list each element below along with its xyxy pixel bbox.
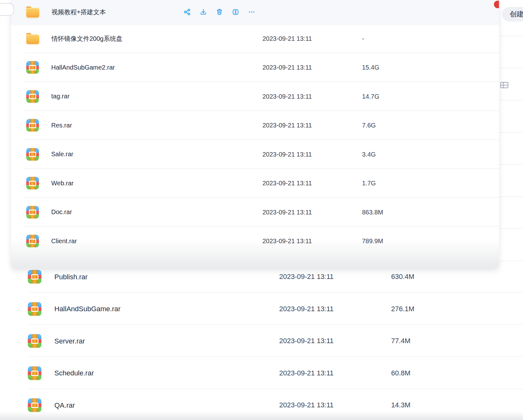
file-size: 15.4G <box>362 64 379 71</box>
create-button-label: 创建 <box>510 9 523 19</box>
file-size: 863.8M <box>362 208 383 216</box>
row-checkbox-partial[interactable] <box>0 3 14 16</box>
file-name: QA.rar <box>54 401 75 409</box>
file-row[interactable]: Doc.rar2023-09-21 13:11863.8M <box>11 198 499 227</box>
file-size: 77.4M <box>391 337 410 345</box>
file-size: - <box>362 35 364 42</box>
rename-button[interactable] <box>232 8 239 16</box>
file-date: 2023-09-21 13:11 <box>262 208 312 216</box>
file-name-cell: HallAndSubGame.rar <box>28 302 120 316</box>
file-date: 2023-09-21 13:11 <box>262 180 312 187</box>
folder-icon <box>26 7 39 18</box>
file-date: 2023-09-21 13:11 <box>279 401 334 409</box>
file-row[interactable]: Server.rar2023-09-21 13:1177.4M <box>0 325 523 357</box>
file-name: Doc.rar <box>51 208 72 216</box>
file-name-cell: Server.rar <box>28 334 85 348</box>
file-row[interactable]: Schedule.rar2023-09-21 13:1160.8M <box>0 357 523 389</box>
create-button[interactable]: 创建 <box>502 7 523 22</box>
rar-file-icon <box>28 334 41 348</box>
file-size: 3.4G <box>362 151 376 158</box>
row-action-bar <box>183 8 255 16</box>
file-date: 2023-09-21 13:11 <box>262 93 312 100</box>
file-name-cell: Sale.rar <box>26 148 73 161</box>
file-size: 7.6G <box>362 122 376 129</box>
file-size: 60.8M <box>391 369 410 377</box>
hovered-file-row[interactable]: 视频教程+搭建文本 <box>11 0 499 24</box>
rar-file-icon <box>26 177 39 189</box>
file-row[interactable]: 情怀镜像文件200g系统盘2023-09-21 13:11- <box>11 24 499 53</box>
file-size: 789.9M <box>362 238 383 245</box>
share-icon <box>183 8 191 16</box>
hovered-row-name-cell: 视频教程+搭建文本 <box>26 7 106 18</box>
download-button[interactable] <box>200 8 207 16</box>
file-date: 2023-09-21 13:11 <box>279 273 334 281</box>
file-name: HallAndSubGame2.rar <box>51 64 115 71</box>
file-name-cell: Schedule.rar <box>28 366 94 380</box>
file-row[interactable]: HallAndSubGame.rar2023-09-21 13:11276.1M <box>0 293 523 325</box>
file-size: 276.1M <box>391 305 414 313</box>
file-row[interactable]: HallAndSubGame2.rar2023-09-21 13:1115.4G <box>11 53 499 82</box>
rar-file-icon <box>26 235 39 247</box>
file-name-cell: Res.rar <box>26 119 72 132</box>
download-icon <box>200 8 207 16</box>
ellipsis-icon <box>248 8 255 16</box>
file-name: HallAndSubGame.rar <box>54 305 120 313</box>
grid-view-icon <box>500 81 509 90</box>
rar-file-icon <box>28 270 41 284</box>
more-button[interactable] <box>248 8 255 16</box>
file-name: Web.rar <box>51 180 74 187</box>
rename-icon <box>232 8 239 16</box>
file-name: Schedule.rar <box>54 369 94 377</box>
file-name: tag.rar <box>51 93 70 100</box>
file-name: 情怀镜像文件200g系统盘 <box>52 34 123 43</box>
file-name: Client.rar <box>51 238 77 245</box>
file-name-cell: Doc.rar <box>26 206 72 219</box>
file-name: 视频教程+搭建文本 <box>52 8 106 16</box>
file-size: 14.7G <box>362 93 379 100</box>
rar-file-icon <box>28 302 41 316</box>
notification-badge <box>494 1 499 8</box>
file-row[interactable]: Res.rar2023-09-21 13:117.6G <box>11 111 499 140</box>
file-name-cell: tag.rar <box>26 90 70 103</box>
rar-file-icon <box>26 148 39 161</box>
file-name-cell: Web.rar <box>26 177 74 189</box>
grid-view-toggle[interactable] <box>500 81 509 90</box>
file-row[interactable]: Web.rar2023-09-21 13:111.7G <box>11 169 499 198</box>
file-name-cell: Publish.rar <box>28 270 88 284</box>
file-size: 1.7G <box>362 180 376 187</box>
rar-file-icon <box>28 366 41 380</box>
file-date: 2023-09-21 13:11 <box>279 337 334 345</box>
rar-file-icon <box>26 206 39 219</box>
file-row[interactable]: tag.rar2023-09-21 13:1114.7G <box>11 82 499 111</box>
rar-file-icon <box>28 398 41 412</box>
bottom-shadow-fade <box>0 411 523 420</box>
file-date: 2023-09-21 13:11 <box>262 122 312 129</box>
notification-badge-clip <box>494 0 499 9</box>
file-name-cell: Client.rar <box>26 235 77 247</box>
file-list-panel: 视频教程+搭建文本 情怀镜像文件200g系统盘2023-09-21 13:11-… <box>11 0 499 268</box>
rar-file-icon <box>26 119 39 132</box>
file-name-cell: QA.rar <box>28 398 75 412</box>
file-date: 2023-09-21 13:11 <box>262 35 312 42</box>
file-date: 2023-09-21 13:11 <box>279 369 334 377</box>
file-name: Sale.rar <box>51 151 73 158</box>
file-date: 2023-09-21 13:11 <box>279 305 334 313</box>
delete-button[interactable] <box>216 8 223 16</box>
file-name: Res.rar <box>51 122 72 129</box>
file-date: 2023-09-21 13:11 <box>262 64 312 71</box>
panel-file-list: 情怀镜像文件200g系统盘2023-09-21 13:11-HallAndSub… <box>11 24 499 256</box>
rar-file-icon <box>26 61 39 74</box>
file-name: Publish.rar <box>54 273 88 281</box>
rar-file-icon <box>26 90 39 103</box>
file-size: 630.4M <box>391 273 414 281</box>
share-button[interactable] <box>183 8 191 16</box>
file-row[interactable]: Sale.rar2023-09-21 13:113.4G <box>11 140 499 169</box>
file-date: 2023-09-21 13:11 <box>262 151 312 158</box>
folder-icon <box>26 33 39 44</box>
file-date: 2023-09-21 13:11 <box>262 238 312 245</box>
file-row[interactable]: Client.rar2023-09-21 13:11789.9M <box>11 227 499 256</box>
file-name-cell: HallAndSubGame2.rar <box>26 61 115 74</box>
trash-icon <box>216 8 223 16</box>
file-name-cell: 情怀镜像文件200g系统盘 <box>26 33 123 44</box>
file-size: 14.3M <box>391 401 410 409</box>
